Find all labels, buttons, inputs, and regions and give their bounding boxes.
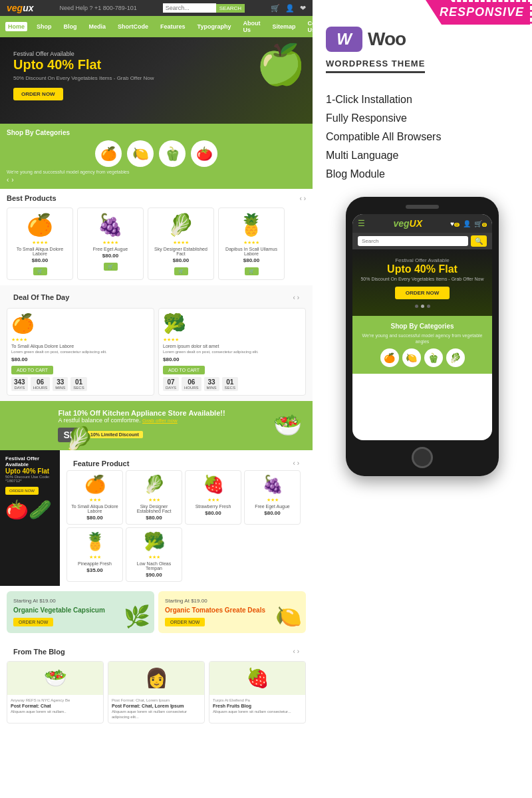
topbar: vegux Need Help ? +1 800-789-101 SEARCH … <box>0 0 313 16</box>
deal-stars-0: ★★★★ <box>11 337 150 342</box>
feature-price-1: $80.00 <box>130 515 178 521</box>
topbar-search: SEARCH <box>163 3 245 13</box>
topbar-logo: vegux <box>7 3 33 13</box>
feature-hero-image: 🍅🥒 <box>5 499 55 521</box>
nav-sitemap[interactable]: Sitemap <box>269 22 298 31</box>
nav-home[interactable]: Home <box>5 22 27 31</box>
feature-arrows[interactable]: ‹ › <box>293 460 299 467</box>
phone-screen: ☰ vegUX ♥0 👤 🛒0 🔍 Festival Offer Availab… <box>352 214 492 440</box>
hero-image: 🍏 <box>256 41 306 88</box>
blog-text-0: Aliquam aque lorem sit nullam.. <box>11 710 100 715</box>
blog-text-2: Aliquam aque lorem sit nullam consectetu… <box>213 710 302 715</box>
cat-item-0[interactable]: 🍊 <box>95 140 122 167</box>
phone-search-input[interactable] <box>358 236 468 246</box>
user-icon[interactable]: 👤 <box>285 4 295 13</box>
deal-arrows[interactable]: ‹ › <box>293 294 299 301</box>
phone-dot-0[interactable] <box>415 305 418 308</box>
nav-about[interactable]: About Us <box>240 19 263 35</box>
woo-logo: W Woo <box>326 27 519 52</box>
phone-logo-ux: UX <box>410 218 422 229</box>
feature-upto: Upto 40% Flat <box>5 467 55 475</box>
deal-add-cart-1[interactable]: ADD TO CART <box>163 366 205 374</box>
feature-card-3: 🍇 ★★★ Free Eget Augue $80.00 <box>244 470 301 525</box>
organic-emoji-1: 🍋 <box>275 604 302 629</box>
phone-cat-0[interactable]: 🍊 <box>380 348 399 367</box>
organic-btn-1[interactable]: ORDER NOW <box>165 618 205 626</box>
feature-order-btn[interactable]: ORDER NOW <box>5 487 39 495</box>
feature-name-3: Free Eget Augue <box>248 504 297 509</box>
feature-stars-1: ★★★ <box>130 497 178 503</box>
add-cart-2[interactable]: 🛒 <box>174 267 188 275</box>
product-card-3: 🍍 ★★★★ Dapibus In Scall Ullamus Labore $… <box>218 207 285 280</box>
search-button[interactable]: SEARCH <box>216 4 245 13</box>
phone-cat-2[interactable]: 🫑 <box>424 348 443 367</box>
phone-header: ☰ vegUX ♥0 👤 🛒0 <box>352 214 492 233</box>
deal-add-cart-0[interactable]: ADD TO CART <box>11 366 53 374</box>
nav-features[interactable]: Features <box>158 22 188 31</box>
phone-heart-icon[interactable]: ♥0 <box>450 220 459 227</box>
phone-cat-3[interactable]: 🥬 <box>446 348 465 367</box>
phone-home-button[interactable] <box>412 447 433 468</box>
blog-arrows[interactable]: ‹ › <box>293 648 299 655</box>
nav-media[interactable]: Media <box>86 22 109 31</box>
nav-contact[interactable]: Contact Us <box>305 19 313 35</box>
nav-shortcode[interactable]: ShortCode <box>115 22 151 31</box>
best-products-section: Best Products ‹ › 🍊 ★★★★ To Small Aliqua… <box>0 189 313 285</box>
nav-typography[interactable]: Typography <box>195 22 234 31</box>
phone-offer-label: Festival Offer Available <box>360 257 484 263</box>
blog-content-1: Post Format: Chat, Lorem Ipsum Post Form… <box>108 695 204 724</box>
cat-item-3[interactable]: 🍅 <box>191 140 217 167</box>
feature-item-0: 1-Click Installation <box>326 90 519 109</box>
best-products-arrows[interactable]: ‹ › <box>300 195 306 202</box>
order-now-button[interactable]: ORDER NOW <box>13 88 63 100</box>
blog-author-0: Anyway REFS is NYC Agency Be <box>11 698 100 702</box>
blog-text-1: Aliquam aque lorem sit nullam consectetu… <box>112 710 201 720</box>
phone-order-button[interactable]: ORDER NOW <box>395 287 450 299</box>
add-cart-3[interactable]: 🛒 <box>245 267 259 275</box>
phone-user-icon[interactable]: 👤 <box>463 220 471 227</box>
feature-name-1: Sky Designer Established Fact <box>130 504 178 513</box>
feature-title: Feature Product <box>73 460 129 467</box>
phone-menu-icon[interactable]: ☰ <box>358 219 365 228</box>
add-cart-0[interactable]: 🛒 <box>33 267 47 275</box>
cat-item-1[interactable]: 🍋 <box>127 140 154 167</box>
phone-dot-1[interactable] <box>421 305 424 308</box>
phone-cat-desc: We're young and successful model agency … <box>359 332 485 344</box>
nav-blog[interactable]: Blog <box>61 22 80 31</box>
add-cart-1[interactable]: 🛒 <box>104 263 118 271</box>
right-panel: RESPONSIVE W Woo WORDPRESS THEME 1-Click… <box>313 0 532 798</box>
deal-card-0: 🍊 ★★★★ To Small Aliqua Dolore Labore Lor… <box>7 308 154 396</box>
promo-title: Flat 10% Off Kitchen Appliance Store Ava… <box>58 409 225 417</box>
deal-name-1: Lorem ipsum dolor sit amet <box>163 344 301 348</box>
product-price-0: $80.00 <box>11 257 68 263</box>
deal-section: Deal Of The Day ‹ › 🍊 ★★★★ To Small Aliq… <box>0 285 313 401</box>
product-name-1: Free Eget Augue <box>82 247 139 251</box>
cat-prev-arrow[interactable]: ‹ <box>7 176 9 184</box>
nav-shop[interactable]: Shop <box>34 22 55 31</box>
deal-stars-1: ★★★★ <box>163 337 301 342</box>
phone-dot-2[interactable] <box>427 305 430 308</box>
promo-subtitle: A restful balance of comfortme. Grab off… <box>58 417 225 424</box>
navbar: Home Shop Blog Media ShortCode Features … <box>0 16 313 37</box>
product-img-1: 🍇 <box>82 212 139 237</box>
heart-icon[interactable]: ❤ <box>300 4 306 13</box>
cat-item-2[interactable]: 🫑 <box>159 140 186 167</box>
phone-search-button[interactable]: 🔍 <box>471 235 487 247</box>
organic-btn-0[interactable]: ORDER NOW <box>13 618 53 626</box>
cart-icon[interactable]: 🛒 <box>271 4 280 13</box>
search-input[interactable] <box>163 3 216 13</box>
phone-cart-icon[interactable]: 🛒0 <box>474 220 487 227</box>
product-img-3: 🍍 <box>223 212 280 237</box>
feature-item-2: Compatible All Browsers <box>326 128 519 146</box>
phone-cat-1[interactable]: 🍋 <box>402 348 421 367</box>
organic-section: Starting At $19.00 Organic Vegetable Cap… <box>0 586 313 638</box>
cat-next-arrow[interactable]: › <box>11 176 13 184</box>
phone-mockup: ☰ vegUX ♥0 👤 🛒0 🔍 Festival Offer Availab… <box>346 197 499 476</box>
feature-img-2: 🍓 <box>189 474 237 495</box>
feature-price-3: $80.00 <box>248 510 297 516</box>
deal-price-0: $80.00 <box>11 356 150 362</box>
blog-title: From The Blog <box>13 648 65 656</box>
promo-link[interactable]: Grab offer now <box>142 418 178 424</box>
blog-header: From The Blog ‹ › <box>7 642 306 658</box>
feature-stars-2: ★★★ <box>189 497 237 503</box>
